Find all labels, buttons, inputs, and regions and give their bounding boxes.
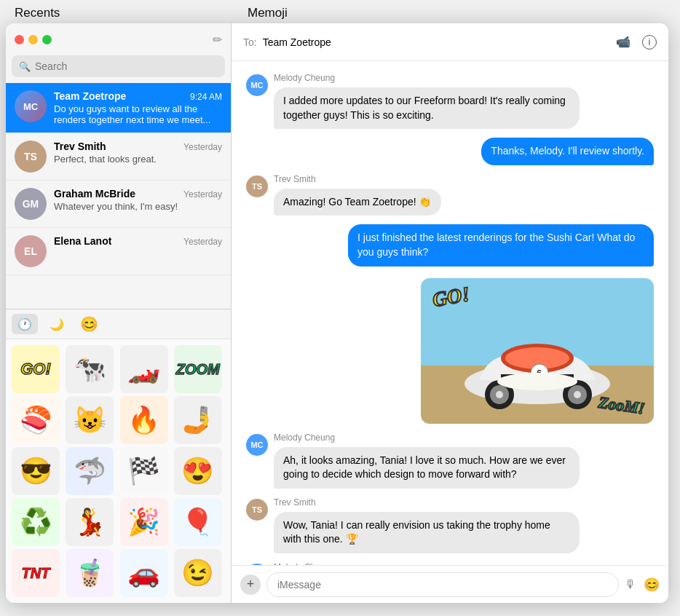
chat-input-icons: 🎙 😊: [625, 577, 660, 593]
sticker-dancer-memoji[interactable]: 💃: [66, 498, 114, 546]
sender-name-msg7: Trev Smith: [274, 497, 580, 508]
svg-point-10: [574, 391, 581, 398]
message-group-msg3: TS Trev Smith Amazing! Go Team Zoetrope!…: [246, 174, 654, 216]
message-group-msg7: TS Trev Smith Wow, Tania! I can really e…: [246, 497, 654, 553]
bubble-msg4: I just finished the latest renderings fo…: [348, 224, 654, 266]
sticker-heart-eyes[interactable]: 😍: [174, 447, 222, 495]
bubble-msg1: I added more updates to our Freeform boa…: [274, 87, 580, 129]
maximize-button[interactable]: [42, 35, 52, 44]
chat-input-area: + 🎙 😊: [232, 565, 668, 603]
traffic-lights: [15, 35, 52, 44]
chat-header-icons: 📹 i: [616, 35, 657, 50]
sticker-sushi[interactable]: 🍣: [12, 396, 60, 444]
conv-name-elena-lanot: Elena Lanot: [54, 235, 111, 247]
message-content-msg6: Melody Cheung Ah, it looks amazing, Tani…: [274, 433, 580, 489]
sticker-tnt[interactable]: TNT: [12, 549, 60, 597]
avatar-elena-lanot: EL: [15, 235, 47, 267]
memoji-label: Memoji: [248, 6, 288, 20]
avatar-trev-smith-msg3: TS: [246, 175, 268, 197]
sticker-selfie-girl[interactable]: 🤳: [174, 396, 222, 444]
avatar-graham-mcbride: GM: [15, 188, 47, 220]
chat-header-name: Team Zoetrope: [263, 36, 331, 48]
sticker-go[interactable]: GO!: [12, 345, 60, 393]
video-call-icon[interactable]: 📹: [616, 35, 630, 49]
sticker-grid: GO! 🐄 🏎️ ZOOM 🍣 😺 🔥 🤳 😎 🦈 🏁 😍 ♻️: [6, 339, 231, 603]
message-content-msg7: Trev Smith Wow, Tania! I can really envi…: [274, 497, 580, 553]
conv-preview-trev-smith: Perfect, that looks great.: [54, 154, 222, 165]
sticker-recycle[interactable]: ♻️: [12, 498, 60, 546]
add-attachment-button[interactable]: +: [240, 574, 261, 595]
sticker-tab-recents[interactable]: 🕐: [12, 314, 38, 334]
sticker-race-car[interactable]: 🏎️: [120, 345, 168, 393]
conv-body-elena-lanot: Elena Lanot Yesterday: [54, 235, 222, 248]
avatar-team-zoetrope: MC: [15, 90, 47, 122]
conv-body-graham-mcbride: Graham McBride Yesterday Whatever you th…: [54, 188, 222, 212]
emoji-icon[interactable]: 😊: [644, 577, 660, 593]
app-window: ✏ 🔍 MC Team Zoetrope 9:24 AM Do you guys…: [6, 23, 668, 603]
message-group-msg6: MC Melody Cheung Ah, it looks amazing, T…: [246, 433, 654, 489]
sticker-zoom[interactable]: ZOOM: [174, 345, 222, 393]
sticker-fire[interactable]: 🔥: [120, 396, 168, 444]
conversation-item-trev-smith[interactable]: TS Trev Smith Yesterday Perfect, that lo…: [6, 133, 231, 181]
recents-label: Recents: [15, 6, 60, 20]
svg-point-13: [497, 373, 577, 390]
audio-waveform-icon[interactable]: 🎙: [625, 578, 636, 591]
sticker-tabs: 🕐 🌙 😊: [6, 309, 231, 339]
bubble-msg6: Ah, it looks amazing, Tania! I love it s…: [274, 447, 580, 489]
message-input[interactable]: [266, 572, 619, 597]
message-group-msg1: MC Melody Cheung I added more updates to…: [246, 73, 654, 129]
sticker-bubble-tea[interactable]: 🧋: [66, 549, 114, 597]
message-group-msg5: 6 GO! ZooM!: [246, 275, 654, 424]
conversation-item-elena-lanot[interactable]: EL Elena Lanot Yesterday: [6, 228, 231, 275]
sticker-cow-memoji[interactable]: 🐄: [66, 345, 114, 393]
search-bar: 🔍: [12, 55, 225, 77]
conv-preview-graham-mcbride: Whatever you think, I'm easy!: [54, 201, 222, 212]
conv-body-trev-smith: Trev Smith Yesterday Perfect, that looks…: [54, 141, 222, 165]
sticker-checkered-flag[interactable]: 🏁: [120, 447, 168, 495]
bubble-msg3: Amazing! Go Team Zoetrope! 👏: [274, 189, 441, 216]
minimize-button[interactable]: [28, 35, 38, 44]
conv-name-trev-smith: Trev Smith: [54, 141, 106, 152]
sticker-tab-moon[interactable]: 🌙: [44, 314, 70, 334]
conv-time-trev-smith: Yesterday: [183, 142, 222, 152]
avatar-trev-smith-msg7: TS: [246, 499, 268, 521]
conv-time-team-zoetrope: 9:24 AM: [190, 92, 222, 102]
conversation-item-graham-mcbride[interactable]: GM Graham McBride Yesterday Whatever you…: [6, 181, 231, 228]
sticker-wink-memoji[interactable]: 😉: [174, 549, 222, 597]
sidebar: ✏ 🔍 MC Team Zoetrope 9:24 AM Do you guys…: [6, 23, 232, 603]
chat-area: To: Team Zoetrope 📹 i MC Melody Cheung I…: [232, 23, 668, 603]
svg-point-7: [496, 391, 503, 398]
chat-messages: MC Melody Cheung I added more updates to…: [232, 61, 668, 565]
conversation-item-team-zoetrope[interactable]: MC Team Zoetrope 9:24 AM Do you guys wan…: [6, 83, 231, 133]
sender-name-msg6: Melody Cheung: [274, 433, 580, 443]
sticker-panel: 🕐 🌙 😊 GO! 🐄 🏎️ ZOOM 🍣 😺 🔥 🤳: [6, 309, 231, 603]
info-icon[interactable]: i: [642, 35, 657, 50]
sender-name-msg1: Melody Cheung: [274, 73, 580, 83]
message-group-msg4: I just finished the latest renderings fo…: [246, 224, 654, 266]
sidebar-titlebar: ✏: [6, 23, 231, 55]
sticker-blue-car[interactable]: 🚗: [120, 549, 168, 597]
bubble-msg7: Wow, Tania! I can really envision us tak…: [274, 512, 580, 553]
avatar-melody-cheung-msg6: MC: [246, 434, 268, 456]
conv-time-elena-lanot: Yesterday: [183, 237, 222, 247]
search-input[interactable]: [35, 60, 218, 72]
conv-body-team-zoetrope: Team Zoetrope 9:24 AM Do you guys want t…: [54, 90, 222, 125]
sticker-balloon[interactable]: 🎈: [174, 498, 222, 546]
conv-time-graham-mcbride: Yesterday: [183, 189, 222, 200]
close-button[interactable]: [15, 35, 24, 44]
conv-preview-team-zoetrope: Do you guys want to review all the rende…: [54, 103, 222, 125]
conv-name-graham-mcbride: Graham McBride: [54, 188, 135, 200]
conversation-list: MC Team Zoetrope 9:24 AM Do you guys wan…: [6, 83, 231, 309]
sticker-sunglasses-memoji[interactable]: 😎: [12, 447, 60, 495]
message-content-msg3: Trev Smith Amazing! Go Team Zoetrope! 👏: [274, 174, 441, 216]
image-sticker-go: GO!: [431, 282, 472, 311]
avatar-melody-cheung-msg1: MC: [246, 74, 268, 96]
message-group-msg2: Thanks, Melody. I'll review shortly.: [246, 138, 654, 165]
new-message-button[interactable]: ✏: [213, 33, 222, 47]
sticker-shark[interactable]: 🦈: [66, 447, 114, 495]
chat-header-to-label: To:: [243, 36, 257, 48]
sticker-tab-memoji[interactable]: 😊: [76, 314, 102, 334]
search-icon: 🔍: [19, 61, 31, 72]
sticker-cat[interactable]: 😺: [66, 396, 114, 444]
sticker-foam-finger[interactable]: 🎉: [120, 498, 168, 546]
